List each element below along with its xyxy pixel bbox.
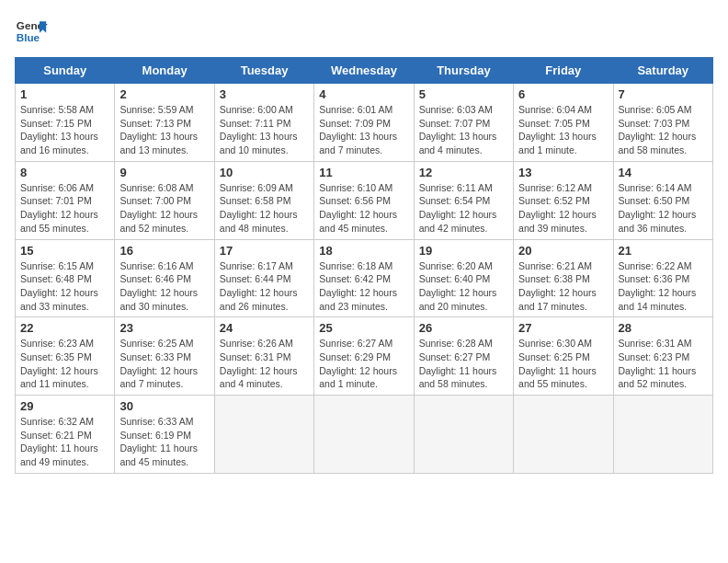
- week-row-3: 15Sunrise: 6:15 AM Sunset: 6:48 PM Dayli…: [16, 239, 713, 317]
- day-number: 9: [119, 166, 209, 179]
- calendar-cell: 14Sunrise: 6:14 AM Sunset: 6:50 PM Dayli…: [613, 161, 712, 239]
- calendar-cell: 17Sunrise: 6:17 AM Sunset: 6:44 PM Dayli…: [214, 239, 313, 317]
- calendar-cell: 19Sunrise: 6:20 AM Sunset: 6:40 PM Dayli…: [414, 239, 513, 317]
- week-row-4: 22Sunrise: 6:23 AM Sunset: 6:35 PM Dayli…: [16, 317, 713, 396]
- day-number: 29: [20, 399, 109, 413]
- week-row-5: 29Sunrise: 6:32 AM Sunset: 6:21 PM Dayli…: [16, 396, 713, 474]
- day-number: 1: [20, 87, 109, 101]
- day-detail: Sunrise: 6:30 AM Sunset: 6:25 PM Dayligh…: [518, 337, 608, 391]
- day-detail: Sunrise: 6:10 AM Sunset: 6:56 PM Dayligh…: [319, 181, 408, 236]
- calendar-cell: 4Sunrise: 6:01 AM Sunset: 7:09 PM Daylig…: [314, 84, 414, 162]
- day-number: 10: [220, 166, 309, 179]
- calendar-cell: 6Sunrise: 6:04 AM Sunset: 7:05 PM Daylig…: [514, 84, 613, 162]
- weekday-header-monday: Monday: [115, 58, 214, 84]
- calendar-cell: 10Sunrise: 6:09 AM Sunset: 6:58 PM Dayli…: [214, 161, 313, 239]
- calendar-cell: 26Sunrise: 6:28 AM Sunset: 6:27 PM Dayli…: [414, 317, 513, 396]
- day-number: 8: [20, 166, 109, 179]
- day-detail: Sunrise: 6:32 AM Sunset: 6:21 PM Dayligh…: [20, 415, 109, 469]
- day-number: 30: [119, 399, 209, 413]
- day-number: 26: [419, 321, 508, 335]
- day-number: 14: [619, 166, 708, 179]
- calendar-cell: 12Sunrise: 6:11 AM Sunset: 6:54 PM Dayli…: [414, 161, 513, 239]
- day-number: 4: [319, 87, 408, 101]
- weekday-header-thursday: Thursday: [414, 58, 513, 84]
- calendar-cell: [314, 396, 414, 474]
- day-detail: Sunrise: 6:04 AM Sunset: 7:05 PM Dayligh…: [518, 103, 608, 157]
- weekday-header-wednesday: Wednesday: [314, 58, 414, 84]
- day-detail: Sunrise: 6:23 AM Sunset: 6:35 PM Dayligh…: [20, 337, 109, 391]
- day-detail: Sunrise: 6:15 AM Sunset: 6:48 PM Dayligh…: [20, 259, 109, 314]
- day-number: 21: [619, 244, 708, 258]
- week-row-1: 1Sunrise: 5:58 AM Sunset: 7:15 PM Daylig…: [16, 84, 713, 162]
- day-number: 7: [619, 87, 708, 101]
- day-number: 23: [119, 321, 209, 335]
- calendar-cell: 7Sunrise: 6:05 AM Sunset: 7:03 PM Daylig…: [613, 84, 712, 162]
- logo-icon: General Blue: [15, 15, 48, 48]
- calendar-cell: 15Sunrise: 6:15 AM Sunset: 6:48 PM Dayli…: [16, 239, 115, 317]
- weekday-header-sunday: Sunday: [16, 58, 115, 84]
- day-number: 11: [319, 166, 408, 179]
- day-number: 15: [20, 244, 109, 258]
- day-number: 22: [20, 321, 109, 335]
- weekday-header-tuesday: Tuesday: [214, 58, 313, 84]
- day-number: 6: [518, 87, 608, 101]
- day-number: 19: [419, 244, 508, 258]
- day-number: 27: [518, 321, 608, 335]
- day-number: 16: [119, 244, 209, 258]
- day-detail: Sunrise: 6:33 AM Sunset: 6:19 PM Dayligh…: [119, 415, 209, 469]
- calendar-cell: [214, 396, 313, 474]
- day-detail: Sunrise: 6:25 AM Sunset: 6:33 PM Dayligh…: [119, 337, 209, 391]
- day-detail: Sunrise: 6:18 AM Sunset: 6:42 PM Dayligh…: [319, 259, 408, 314]
- day-detail: Sunrise: 6:16 AM Sunset: 6:46 PM Dayligh…: [119, 259, 209, 314]
- day-detail: Sunrise: 6:31 AM Sunset: 6:23 PM Dayligh…: [619, 337, 708, 391]
- day-detail: Sunrise: 6:09 AM Sunset: 6:58 PM Dayligh…: [220, 181, 309, 236]
- day-number: 24: [220, 321, 309, 335]
- calendar-table: SundayMondayTuesdayWednesdayThursdayFrid…: [15, 57, 713, 474]
- calendar-cell: 28Sunrise: 6:31 AM Sunset: 6:23 PM Dayli…: [613, 317, 712, 396]
- day-detail: Sunrise: 6:21 AM Sunset: 6:38 PM Dayligh…: [518, 259, 608, 314]
- day-detail: Sunrise: 6:06 AM Sunset: 7:01 PM Dayligh…: [20, 181, 109, 236]
- calendar-cell: 8Sunrise: 6:06 AM Sunset: 7:01 PM Daylig…: [16, 161, 115, 239]
- day-detail: Sunrise: 6:28 AM Sunset: 6:27 PM Dayligh…: [419, 337, 508, 391]
- week-row-2: 8Sunrise: 6:06 AM Sunset: 7:01 PM Daylig…: [16, 161, 713, 239]
- day-detail: Sunrise: 6:12 AM Sunset: 6:52 PM Dayligh…: [518, 181, 608, 236]
- calendar-cell: 24Sunrise: 6:26 AM Sunset: 6:31 PM Dayli…: [214, 317, 313, 396]
- calendar-cell: 13Sunrise: 6:12 AM Sunset: 6:52 PM Dayli…: [514, 161, 613, 239]
- calendar-cell: 21Sunrise: 6:22 AM Sunset: 6:36 PM Dayli…: [613, 239, 712, 317]
- weekday-header-row: SundayMondayTuesdayWednesdayThursdayFrid…: [16, 58, 713, 84]
- calendar-cell: [514, 396, 613, 474]
- day-detail: Sunrise: 6:14 AM Sunset: 6:50 PM Dayligh…: [619, 181, 708, 236]
- calendar-cell: 11Sunrise: 6:10 AM Sunset: 6:56 PM Dayli…: [314, 161, 414, 239]
- header: General Blue: [15, 15, 713, 48]
- calendar-cell: 29Sunrise: 6:32 AM Sunset: 6:21 PM Dayli…: [16, 396, 115, 474]
- day-number: 3: [220, 87, 309, 101]
- day-detail: Sunrise: 5:58 AM Sunset: 7:15 PM Dayligh…: [20, 103, 109, 157]
- calendar-cell: 23Sunrise: 6:25 AM Sunset: 6:33 PM Dayli…: [115, 317, 214, 396]
- calendar-cell: 16Sunrise: 6:16 AM Sunset: 6:46 PM Dayli…: [115, 239, 214, 317]
- day-detail: Sunrise: 6:17 AM Sunset: 6:44 PM Dayligh…: [220, 259, 309, 314]
- weekday-header-friday: Friday: [514, 58, 613, 84]
- day-number: 18: [319, 244, 408, 258]
- calendar-cell: 22Sunrise: 6:23 AM Sunset: 6:35 PM Dayli…: [16, 317, 115, 396]
- day-detail: Sunrise: 6:01 AM Sunset: 7:09 PM Dayligh…: [319, 103, 408, 157]
- day-detail: Sunrise: 6:00 AM Sunset: 7:11 PM Dayligh…: [220, 103, 309, 157]
- calendar-cell: 20Sunrise: 6:21 AM Sunset: 6:38 PM Dayli…: [514, 239, 613, 317]
- calendar-cell: 30Sunrise: 6:33 AM Sunset: 6:19 PM Dayli…: [115, 396, 214, 474]
- calendar-cell: 3Sunrise: 6:00 AM Sunset: 7:11 PM Daylig…: [214, 84, 313, 162]
- day-number: 20: [518, 244, 608, 258]
- calendar-cell: 2Sunrise: 5:59 AM Sunset: 7:13 PM Daylig…: [115, 84, 214, 162]
- calendar-cell: [414, 396, 513, 474]
- day-detail: Sunrise: 6:27 AM Sunset: 6:29 PM Dayligh…: [319, 337, 408, 391]
- calendar-cell: 25Sunrise: 6:27 AM Sunset: 6:29 PM Dayli…: [314, 317, 414, 396]
- calendar-cell: 5Sunrise: 6:03 AM Sunset: 7:07 PM Daylig…: [414, 84, 513, 162]
- day-detail: Sunrise: 6:08 AM Sunset: 7:00 PM Dayligh…: [119, 181, 209, 236]
- logo: General Blue: [15, 15, 48, 48]
- day-number: 17: [220, 244, 309, 258]
- day-number: 13: [518, 166, 608, 179]
- day-number: 2: [119, 87, 209, 101]
- day-detail: Sunrise: 6:03 AM Sunset: 7:07 PM Dayligh…: [419, 103, 508, 157]
- calendar-cell: 1Sunrise: 5:58 AM Sunset: 7:15 PM Daylig…: [16, 84, 115, 162]
- day-detail: Sunrise: 6:22 AM Sunset: 6:36 PM Dayligh…: [619, 259, 708, 314]
- day-detail: Sunrise: 6:11 AM Sunset: 6:54 PM Dayligh…: [419, 181, 508, 236]
- day-number: 28: [619, 321, 708, 335]
